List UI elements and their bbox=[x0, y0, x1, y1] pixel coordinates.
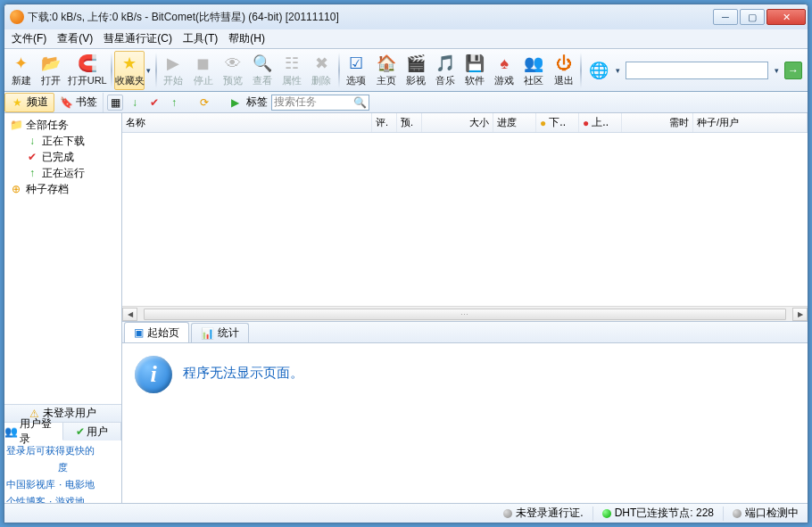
stop-icon: ◼ bbox=[193, 53, 214, 74]
go-button[interactable]: → bbox=[784, 62, 802, 79]
globe-button[interactable]: 🌐 bbox=[584, 51, 613, 90]
menubar: 文件(F) 查看(V) 彗星通行证(C) 工具(T) 帮助(H) bbox=[4, 29, 808, 49]
toolbar: ✦新建 📂打开 🧲打开URL ★收藏夹 ▾ ▶开始 ◼停止 👁预览 🔍查看 ☷属… bbox=[4, 49, 808, 92]
column-header: 名称 评. 预. 大小 进度 ● 下.. ● 上.. 需时 种子/用户 bbox=[122, 113, 808, 133]
link-faster[interactable]: 登录后可获得更快的 bbox=[6, 444, 95, 457]
col-peers[interactable]: 种子/用户 bbox=[693, 113, 808, 132]
properties-button[interactable]: ☷属性 bbox=[277, 51, 306, 90]
titlebar[interactable]: 下载:0 kB/s, 上传:0 kB/s - BitComet(比特彗星) (6… bbox=[4, 4, 808, 29]
up-arrow-icon[interactable]: ↑ bbox=[166, 95, 182, 111]
start-button[interactable]: ▶开始 bbox=[159, 51, 188, 90]
link-faster2[interactable]: 度 bbox=[58, 461, 68, 474]
window-title: 下载:0 kB/s, 上传:0 kB/s - BitComet(比特彗星) (6… bbox=[28, 10, 713, 25]
new-button[interactable]: ✦新建 bbox=[6, 51, 36, 90]
menu-tools[interactable]: 工具(T) bbox=[178, 29, 223, 48]
tree-torrents[interactable]: ⊕种子存档 bbox=[6, 181, 120, 197]
scroll-left-button[interactable]: ◀ bbox=[122, 308, 137, 321]
status-port[interactable]: 端口检测中 bbox=[729, 506, 802, 521]
col-progress[interactable]: 进度 bbox=[493, 113, 536, 132]
refresh-icon[interactable]: ⟳ bbox=[196, 95, 212, 111]
exit-icon: ⏻ bbox=[553, 53, 575, 74]
software-button[interactable]: 💾软件 bbox=[460, 51, 489, 90]
filter-toggle-button[interactable]: ▦ bbox=[107, 95, 123, 111]
favorites-button[interactable]: ★收藏夹 bbox=[114, 51, 145, 90]
filterbar: ★频道 🔖书签 ▦ ↓ ✔ ↑ ⟳ ▶ 标签 搜索任务🔍 bbox=[4, 92, 808, 113]
close-button[interactable]: ✕ bbox=[766, 9, 806, 25]
dot-green-icon bbox=[602, 509, 611, 518]
col-time[interactable]: 需时 bbox=[622, 113, 693, 132]
view-button[interactable]: 🔍查看 bbox=[247, 51, 277, 90]
check-red-icon[interactable]: ✔ bbox=[146, 95, 162, 111]
menu-file[interactable]: 文件(F) bbox=[6, 29, 52, 48]
link-blog[interactable]: 个性博客 bbox=[6, 495, 46, 503]
scroll-thumb[interactable]: ∙∙∙ bbox=[144, 309, 785, 320]
address-input[interactable] bbox=[626, 62, 768, 79]
delete-button[interactable]: ✖删除 bbox=[307, 51, 336, 90]
open-button[interactable]: 📂打开 bbox=[36, 51, 65, 90]
tree-running[interactable]: ↑正在运行 bbox=[6, 165, 120, 181]
status-dht[interactable]: DHT已连接节点: 228 bbox=[599, 506, 717, 521]
app-window: 下载:0 kB/s, 上传:0 kB/s - BitComet(比特彗星) (6… bbox=[4, 4, 808, 523]
app-icon bbox=[10, 10, 24, 24]
tag-play-icon[interactable]: ▶ bbox=[227, 95, 243, 111]
game-button[interactable]: ♠游戏 bbox=[490, 51, 519, 90]
properties-icon: ☷ bbox=[281, 53, 302, 74]
chart-icon: 📊 bbox=[201, 327, 214, 340]
star-icon: ★ bbox=[119, 53, 140, 74]
col-preview[interactable]: 预. bbox=[397, 113, 422, 132]
col-comment[interactable]: 评. bbox=[372, 113, 397, 132]
address-dropdown[interactable]: ▾ bbox=[772, 51, 781, 90]
home-button[interactable]: 🏠主页 bbox=[371, 51, 401, 90]
tab-channel[interactable]: ★频道 bbox=[4, 93, 54, 112]
tree-all-tasks[interactable]: 📁全部任务 bbox=[6, 117, 120, 133]
play-icon: ▶ bbox=[162, 53, 184, 74]
link-moviemap[interactable]: 电影地 bbox=[65, 478, 95, 491]
community-icon: 👥 bbox=[523, 53, 544, 74]
link-cnmovie[interactable]: 中国影视库 bbox=[6, 478, 55, 491]
task-list[interactable] bbox=[122, 133, 808, 306]
tab-bookmark[interactable]: 🔖书签 bbox=[54, 93, 104, 112]
open-url-button[interactable]: 🧲打开URL bbox=[65, 51, 109, 90]
video-button[interactable]: 🎬影视 bbox=[401, 51, 430, 90]
maximize-button[interactable]: ▢ bbox=[740, 9, 765, 25]
menu-passport[interactable]: 彗星通行证(C) bbox=[98, 29, 178, 48]
col-up[interactable]: ● 上.. bbox=[579, 113, 622, 132]
globe-icon: 🌐 bbox=[588, 60, 609, 81]
tab-user[interactable]: ✔用户 bbox=[63, 423, 122, 441]
dot-gray-icon bbox=[503, 509, 512, 518]
home-icon: 🏠 bbox=[376, 53, 397, 74]
info-message: 程序无法显示页面。 bbox=[183, 356, 303, 382]
link-gamemap[interactable]: 游戏地 bbox=[55, 495, 85, 503]
preview-button[interactable]: 👁预览 bbox=[218, 51, 247, 90]
scroll-right-button[interactable]: ▶ bbox=[792, 308, 808, 321]
tab-user-login[interactable]: 👥用户登录 bbox=[4, 423, 63, 441]
music-button[interactable]: 🎵音乐 bbox=[430, 51, 460, 90]
col-down[interactable]: ● 下.. bbox=[536, 113, 579, 132]
tab-startpage[interactable]: ▣起始页 bbox=[124, 322, 189, 342]
stop-button[interactable]: ◼停止 bbox=[188, 51, 218, 90]
tree-done[interactable]: ✔已完成 bbox=[6, 149, 120, 165]
globe-dropdown[interactable]: ▾ bbox=[613, 51, 622, 90]
status-passport[interactable]: 未登录通行证. bbox=[500, 506, 586, 521]
search-tasks-input[interactable]: 搜索任务🔍 bbox=[271, 95, 369, 111]
task-tree: 📁全部任务 ↓正在下载 ✔已完成 ↑正在运行 ⊕种子存档 bbox=[4, 113, 121, 404]
favorites-dropdown[interactable]: ▾ bbox=[145, 51, 153, 90]
menu-view[interactable]: 查看(V) bbox=[52, 29, 98, 48]
col-name[interactable]: 名称 bbox=[122, 113, 372, 132]
links-box: 登录后可获得更快的 度 中国影视库·电影地 个性博客·游戏地 bbox=[4, 441, 121, 503]
check-green-icon: ✔ bbox=[76, 425, 85, 438]
tree-downloading[interactable]: ↓正在下载 bbox=[6, 133, 120, 149]
community-button[interactable]: 👥社区 bbox=[519, 51, 549, 90]
col-size[interactable]: 大小 bbox=[422, 113, 493, 132]
exit-button[interactable]: ⏻退出 bbox=[549, 51, 578, 90]
menu-help[interactable]: 帮助(H) bbox=[223, 29, 270, 48]
horizontal-scrollbar[interactable]: ◀ ∙∙∙ ▶ bbox=[122, 306, 808, 321]
options-button[interactable]: ☑选项 bbox=[342, 51, 371, 90]
up-red-icon: ● bbox=[583, 117, 589, 129]
preview-icon: 👁 bbox=[222, 53, 244, 74]
minimize-button[interactable]: ─ bbox=[713, 9, 738, 25]
down-arrow-icon[interactable]: ↓ bbox=[127, 95, 143, 111]
tab-stats[interactable]: 📊统计 bbox=[191, 323, 249, 342]
scroll-track[interactable]: ∙∙∙ bbox=[137, 308, 792, 321]
bookmark-icon: 🔖 bbox=[60, 96, 72, 109]
